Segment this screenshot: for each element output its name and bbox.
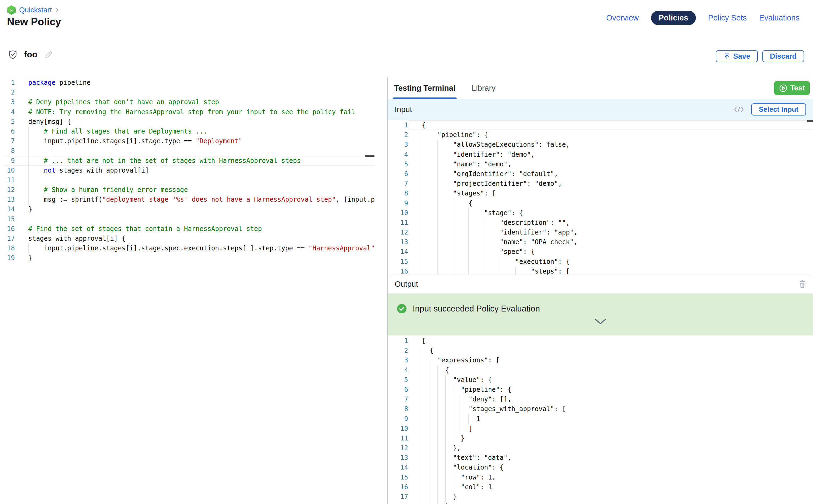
code-line[interactable]: 17stages_with_approval[i] { [0,234,387,243]
code-line[interactable]: 9 # ... that are not in the set of stage… [0,156,387,166]
nav-policies[interactable]: Policies [651,11,696,25]
select-input-button[interactable]: Select Input [751,103,806,115]
tab-library[interactable]: Library [471,77,497,99]
line-number: 9 [387,414,408,424]
code-line[interactable]: 5 "value": { [387,375,813,385]
code-line[interactable]: 11 "description": "", [387,218,813,227]
breadcrumb-project-link[interactable]: Quickstart [19,6,52,14]
code-line[interactable]: 6 # Find all stages that are Deployments… [0,127,387,136]
code-line[interactable]: 12 }, [387,443,813,453]
code-line[interactable]: 15 "row": 1, [387,473,813,482]
code-line[interactable]: 5 "name": "demo", [387,159,813,169]
code-line[interactable]: 16 "col": 1 [387,482,813,492]
code-line[interactable]: 16 "steps": [ [387,267,813,275]
code-line[interactable]: 7 "deny": [], [387,394,813,404]
code-line[interactable]: 13 "text": "data", [387,453,813,463]
indent-guide [438,404,438,414]
line-number: 18 [0,243,15,253]
indent-guide [438,443,438,453]
code-line[interactable]: 14 "spec": { [387,247,813,257]
code-line[interactable]: 10 ] [387,424,813,433]
save-button[interactable]: Save [716,50,758,62]
line-number: 3 [387,140,408,149]
code-line[interactable]: 9 { [387,198,813,208]
discard-button[interactable]: Discard [762,50,804,62]
indent-guide [430,414,430,424]
code-line[interactable]: 12 "identifier": "app", [387,227,813,237]
code-text: "steps": [ [408,267,813,275]
expand-chevron-down-icon[interactable] [594,318,607,325]
code-line[interactable]: 1{ [387,120,813,130]
code-line[interactable]: 10 not stages_with_approval[i] [0,166,387,175]
indent-guide [422,267,422,275]
indent-guide [430,492,430,502]
code-line[interactable]: 16# Find the set of stages that contain … [0,224,387,234]
code-line[interactable]: 18 input.pipeline.stages[i].stage.spec.e… [0,243,387,253]
code-text [15,175,387,185]
edit-pencil-icon[interactable] [44,50,52,59]
line-number: 12 [387,443,408,453]
indent-guide [445,394,446,404]
code-text: "stages": [ [408,188,813,198]
code-line[interactable]: 6 "orgIdentifier": "default", [387,169,813,179]
code-brackets-icon[interactable] [734,106,744,113]
line-number: 15 [387,257,408,267]
code-line[interactable]: 13 msg := sprintf("deployment stage '%s'… [0,195,387,204]
code-line[interactable]: 8 "stages_with_approval": [ [387,404,813,414]
code-line[interactable]: 15 [0,214,387,224]
line-number: 15 [0,214,15,224]
code-line[interactable]: 17 } [387,492,813,502]
code-line[interactable]: 4 { [387,365,813,375]
code-line[interactable]: 12 # Show a human-friendly error message [0,185,387,195]
code-line[interactable]: 7 input.pipeline.stages[i].stage.type ==… [0,136,387,146]
code-line[interactable]: 14 "location": { [387,463,813,472]
code-text: msg := sprintf("deployment stage '%s' do… [15,195,387,204]
code-line[interactable]: 2 "pipeline": { [387,130,813,140]
test-button[interactable]: Test [774,81,810,95]
code-line[interactable]: 3 "expressions": [ [387,355,813,365]
code-text: } [408,492,813,502]
input-json-editor[interactable]: 1{2 "pipeline": {3 "allowStageExecutions… [387,120,813,275]
nav-overview[interactable]: Overview [606,13,639,22]
indent-guide [453,218,454,227]
code-line[interactable]: 15 "execution": { [387,257,813,267]
code-line[interactable]: 8 "stages": [ [387,188,813,198]
indent-guide [430,482,430,492]
output-json-editor[interactable]: 1[2 {3 "expressions": [4 {5 "value": {6 … [387,335,813,504]
code-line[interactable]: 2 [0,87,387,97]
code-line[interactable]: 9 1 [387,414,813,424]
tab-testing-terminal[interactable]: Testing Terminal [393,77,457,99]
indent-guide [422,473,422,482]
line-number: 13 [0,195,15,204]
code-line[interactable]: 6 "pipeline": { [387,385,813,394]
code-line[interactable]: 13 "name": "OPA check", [387,237,813,247]
nav-policy-sets[interactable]: Policy Sets [708,13,747,22]
code-line[interactable]: 3 "allowStageExecutions": false, [387,140,813,149]
code-line[interactable]: 11 [0,175,387,185]
indent-guide [28,243,29,253]
code-line[interactable]: 19} [0,253,387,263]
code-line[interactable]: 10 "stage": { [387,208,813,218]
indent-guide [28,146,29,156]
indent-guide [445,463,446,472]
code-text: "projectIdentifier": "demo", [408,179,813,188]
indent-guide [453,267,454,275]
code-line[interactable]: 3# Deny pipelines that don't have an app… [0,97,387,107]
code-text: "orgIdentifier": "default", [408,169,813,179]
code-line[interactable]: 7 "projectIdentifier": "demo", [387,179,813,188]
code-line[interactable]: 5deny[msg] { [0,117,387,127]
code-line[interactable]: 4# NOTE: Try removing the HarnessApprova… [0,107,387,117]
code-line[interactable]: 1[ [387,336,813,346]
code-line[interactable]: 14} [0,204,387,214]
code-line[interactable]: 1package pipeline [0,78,387,87]
indent-guide [430,365,430,375]
code-line[interactable]: 11 } [387,433,813,443]
code-line[interactable]: 2 { [387,346,813,355]
policy-code-editor[interactable]: 1package pipeline23# Deny pipelines that… [0,77,387,504]
nav-evaluations[interactable]: Evaluations [759,13,800,22]
code-line[interactable]: 4 "identifier": "demo", [387,150,813,159]
code-line[interactable]: 18 } [387,502,813,504]
trash-icon[interactable] [799,280,806,288]
indent-guide [453,414,454,424]
code-line[interactable]: 8 [0,146,387,156]
